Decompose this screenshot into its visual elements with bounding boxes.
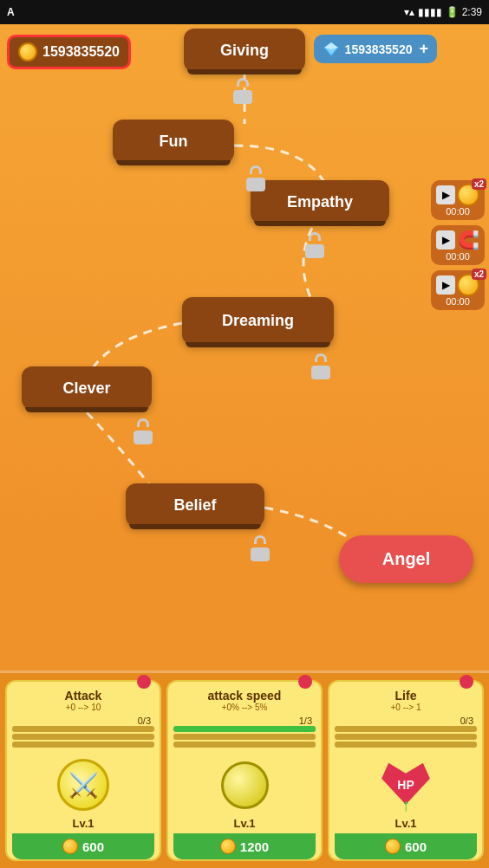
lock-clever <box>130 418 156 444</box>
lock-shackle-fun <box>250 165 262 174</box>
buy-coin-life <box>385 839 401 854</box>
lock-body-fun <box>246 178 265 191</box>
progress-bars-speed <box>173 726 316 749</box>
lock-giving <box>230 78 256 104</box>
card-dot-speed <box>298 675 312 689</box>
bar-life-3 <box>335 742 477 748</box>
sword-icon: ⚔️ <box>68 771 99 800</box>
node-belief-label: Belief <box>173 496 216 515</box>
signal-icon: ▮▮▮▮ <box>418 6 442 18</box>
node-empathy[interactable]: Empathy <box>251 180 389 223</box>
powerup-timer-3: 00:00 <box>446 296 470 307</box>
lock-body <box>233 90 252 104</box>
time-display: 2:39 <box>462 6 482 18</box>
node-fun[interactable]: Fun <box>113 120 234 163</box>
node-angel-label: Angel <box>382 549 431 569</box>
card-dot-attack <box>137 675 151 689</box>
bar-life-1 <box>335 726 477 732</box>
lock-fun <box>243 165 269 191</box>
node-dreaming[interactable]: Dreaming <box>182 297 334 345</box>
card-title-attack: Attack <box>65 689 102 703</box>
lock-body-empathy <box>305 244 324 258</box>
powerup-play-1: ▶ <box>436 185 455 204</box>
lock-shackle-belief <box>254 535 266 544</box>
node-clever[interactable]: Clever <box>22 366 152 410</box>
powerup-panel: ▶ x2 00:00 ▶ 🧲 00:00 ▶ x2 <box>431 180 485 310</box>
lock-body-dreaming <box>311 366 330 379</box>
bar-attack-1 <box>12 726 154 732</box>
node-giving-label: Giving <box>220 42 269 60</box>
diamond-add-button[interactable]: + <box>419 40 428 58</box>
card-subtitle-life: +0 --> 1 <box>390 703 421 712</box>
node-belief[interactable]: Belief <box>126 483 264 527</box>
bar-attack-3 <box>12 742 154 748</box>
gold-counter: 1593835520 <box>7 35 131 69</box>
card-subtitle-attack: +0 --> 10 <box>66 703 101 712</box>
powerup-row-3: ▶ x2 <box>436 274 479 296</box>
buy-price-attack: 600 <box>82 839 104 854</box>
card-buy-speed[interactable]: 1200 <box>173 833 316 859</box>
ball-speed-icon <box>221 761 269 809</box>
hp-label: HP <box>397 778 414 792</box>
powerup-timer-1: 00:00 <box>446 206 470 217</box>
powerup-row-2: ▶ 🧲 <box>436 229 479 251</box>
buy-price-life: 600 <box>405 839 427 854</box>
lock-dreaming <box>308 353 334 379</box>
bar-speed-2 <box>173 734 316 740</box>
lock-shackle <box>237 78 249 87</box>
lock-body-belief <box>251 547 270 561</box>
node-angel[interactable]: Angel <box>339 535 473 583</box>
powerup-play-3: ▶ <box>436 275 455 295</box>
bar-speed-1 <box>173 726 316 732</box>
powerup-coin-x2[interactable]: ▶ x2 00:00 <box>431 180 485 220</box>
bar-speed-3 <box>173 742 316 748</box>
status-bar: A ▾▴ ▮▮▮▮ 🔋 2:39 <box>0 0 489 24</box>
wifi-icon: ▾▴ <box>404 6 414 18</box>
card-level-attack: Lv.1 <box>72 817 94 830</box>
progress-bars-attack <box>12 726 154 749</box>
node-clever-label: Clever <box>62 379 110 398</box>
status-right: ▾▴ ▮▮▮▮ 🔋 2:39 <box>404 6 482 18</box>
card-buy-attack[interactable]: 600 <box>12 833 154 859</box>
progress-bars-life <box>335 726 477 749</box>
card-image-speed <box>214 755 275 815</box>
card-progress-speed: 1/3 <box>299 716 312 726</box>
battery-icon: 🔋 <box>446 6 459 18</box>
card-level-life: Lv.1 <box>394 817 416 830</box>
powerup-play-2: ▶ <box>436 230 455 249</box>
card-dot-life <box>460 675 473 689</box>
buy-price-speed: 1200 <box>240 839 269 854</box>
card-progress-life: 0/3 <box>460 716 473 726</box>
card-level-speed: Lv.1 <box>233 817 255 830</box>
gold-coin-icon <box>18 42 37 62</box>
buy-coin-speed <box>220 839 236 854</box>
powerup-coin-x2-2[interactable]: ▶ x2 00:00 <box>431 270 485 310</box>
x2-badge-1: x2 <box>472 178 486 190</box>
card-attack: Attack +0 --> 10 0/3 ⚔️ Lv.1 600 <box>5 680 161 861</box>
node-dreaming-label: Dreaming <box>222 312 294 330</box>
lock-belief <box>247 535 273 561</box>
buy-coin-attack <box>62 839 78 854</box>
diamond-icon <box>323 41 340 58</box>
lock-empathy <box>302 232 328 258</box>
node-empathy-label: Empathy <box>287 193 353 211</box>
card-buy-life[interactable]: 600 <box>335 833 477 859</box>
diamond-amount: 1593835520 <box>345 42 413 56</box>
card-subtitle-speed: +0% --> 5% <box>222 703 268 712</box>
node-giving[interactable]: Giving <box>184 29 305 72</box>
magnet-icon: 🧲 <box>457 229 479 251</box>
lock-shackle-empathy <box>309 232 321 241</box>
gold-amount: 1593835520 <box>42 44 120 60</box>
bar-attack-2 <box>12 734 154 740</box>
card-progress-attack: 0/3 <box>138 716 151 726</box>
lock-shackle-clever <box>137 418 149 427</box>
card-title-life: Life <box>395 689 417 703</box>
bar-life-2 <box>335 734 477 740</box>
app-label: A <box>7 6 15 18</box>
arrow-up-icon: ↑ <box>401 795 410 815</box>
card-title-speed: attack speed <box>208 689 282 703</box>
card-life: Life +0 --> 1 0/3 HP ↑ Lv.1 600 <box>328 680 484 861</box>
powerup-magnet[interactable]: ▶ 🧲 00:00 <box>431 225 485 265</box>
diamond-counter: 1593835520 + <box>314 35 437 63</box>
card-image-life: HP ↑ <box>375 755 436 815</box>
